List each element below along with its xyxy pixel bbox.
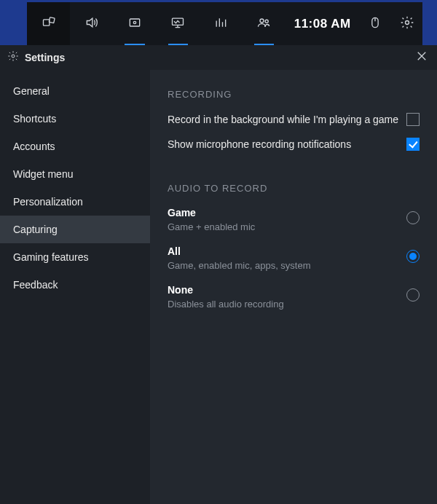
xbox-social-button[interactable] [243, 2, 286, 45]
section-audio-label: AUDIO TO RECORD [168, 183, 420, 194]
audio-option-none[interactable]: None Disables all audio recording [168, 284, 420, 310]
mic-notifications-row[interactable]: Show microphone recording notifications [168, 138, 420, 151]
chart-icon [213, 15, 228, 33]
gear-icon [400, 15, 414, 33]
clock: 11:08 AM [286, 2, 360, 45]
sidebar-item-label: General [13, 85, 50, 97]
option-desc: Game, enabled mic, apps, system [168, 260, 311, 271]
sidebar-item-label: Capturing [13, 224, 58, 235]
monitor-icon [170, 15, 185, 33]
close-icon [417, 51, 427, 63]
display-button[interactable] [157, 2, 200, 45]
sidebar-item-label: Personalization [13, 196, 83, 208]
active-indicator [125, 44, 144, 45]
mic-notifications-label: Show microphone recording notifications [168, 138, 351, 150]
sidebar-item-label: Gaming features [13, 251, 89, 263]
widgets-icon [42, 15, 56, 33]
people-icon [256, 15, 271, 33]
speaker-icon [84, 15, 99, 33]
audio-option-game[interactable]: Game Game + enabled mic [168, 207, 420, 232]
widgets-button[interactable] [27, 2, 70, 45]
option-desc: Disables all audio recording [168, 299, 284, 310]
svg-rect-1 [49, 17, 55, 23]
svg-rect-2 [130, 19, 139, 26]
window-title: Settings [25, 52, 65, 63]
topbar-right-edge [422, 2, 437, 45]
mic-notifications-checkbox[interactable] [406, 138, 420, 151]
audio-button[interactable] [70, 2, 113, 45]
record-background-label: Record in the background while I'm playi… [168, 114, 398, 125]
radio-none[interactable] [406, 288, 420, 302]
svg-point-3 [133, 21, 135, 23]
radio-all[interactable] [406, 250, 420, 263]
sidebar-item-feedback[interactable]: Feedback [0, 271, 150, 299]
clock-text: 11:08 AM [294, 17, 351, 31]
record-background-checkbox[interactable] [406, 113, 420, 126]
active-indicator [254, 44, 274, 45]
option-title: None [168, 284, 284, 296]
sidebar-item-capturing[interactable]: Capturing [0, 216, 150, 243]
svg-point-5 [260, 19, 264, 23]
window-body: General Shortcuts Accounts Widget menu P… [0, 70, 437, 504]
settings-button[interactable] [391, 2, 422, 45]
svg-point-6 [265, 20, 268, 23]
content-panel: RECORDING Record in the background while… [150, 70, 437, 504]
performance-button[interactable] [200, 2, 243, 45]
close-button[interactable] [414, 48, 430, 67]
sidebar-item-gaming-features[interactable]: Gaming features [0, 243, 150, 271]
sidebar-item-label: Feedback [13, 279, 58, 291]
option-title: All [168, 245, 311, 257]
mouse-button[interactable] [360, 2, 391, 45]
record-background-row[interactable]: Record in the background while I'm playi… [168, 113, 420, 126]
svg-point-9 [12, 55, 15, 58]
mouse-icon [368, 15, 382, 33]
capture-icon [127, 15, 142, 33]
active-indicator [168, 44, 188, 45]
section-recording-label: RECORDING [168, 89, 420, 100]
sidebar-item-widget-menu[interactable]: Widget menu [0, 160, 150, 188]
sidebar-item-personalization[interactable]: Personalization [0, 188, 150, 216]
option-title: Game [168, 207, 255, 218]
sidebar-item-label: Shortcuts [13, 113, 56, 125]
gear-icon [7, 50, 19, 65]
capture-button[interactable] [113, 2, 156, 45]
sidebar-item-label: Accounts [13, 141, 55, 152]
sidebar-item-accounts[interactable]: Accounts [0, 133, 150, 160]
sidebar-item-shortcuts[interactable]: Shortcuts [0, 105, 150, 133]
audio-option-all[interactable]: All Game, enabled mic, apps, system [168, 245, 420, 271]
svg-point-8 [405, 20, 409, 24]
sidebar-item-label: Widget menu [13, 168, 73, 180]
sidebar-item-general[interactable]: General [0, 77, 150, 105]
window-header: Settings [0, 45, 437, 70]
topbar-left-edge [0, 2, 27, 45]
game-bar-topbar: 11:08 AM [0, 0, 437, 45]
svg-rect-0 [43, 19, 49, 25]
sidebar: General Shortcuts Accounts Widget menu P… [0, 70, 150, 504]
option-desc: Game + enabled mic [168, 221, 255, 232]
radio-game[interactable] [406, 211, 420, 224]
